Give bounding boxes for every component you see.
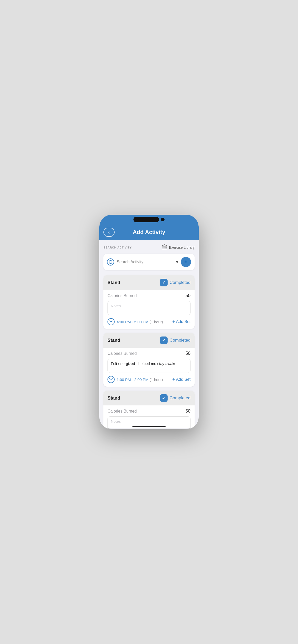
activity-body: Calories Burned 50 Felt energized - help… — [103, 348, 195, 387]
activity-header: Stand ✓ Completed — [103, 275, 195, 290]
calories-label: Calories Burned — [107, 351, 137, 356]
notes-content: Felt energized - helped me stay awake — [111, 361, 177, 366]
home-indicator — [132, 426, 166, 427]
activity-card: Stand ✓ Completed Calories Burned 50 No — [103, 391, 195, 428]
add-set-button[interactable]: + Add Set — [172, 319, 191, 325]
check-box: ✓ — [160, 279, 168, 286]
checkmark-icon: ✓ — [162, 396, 165, 401]
check-box: ✓ — [160, 394, 168, 402]
check-box: ✓ — [160, 336, 168, 344]
completed-badge[interactable]: ✓ Completed — [160, 336, 191, 344]
search-label: SEARCH ACTIVITY — [103, 246, 132, 249]
calories-value: 50 — [185, 293, 191, 298]
content-area: SEARCH ACTIVITY 🏛 Exercise Library ▾ + S… — [99, 240, 199, 428]
time-range: 1:00 PM - 2:00 PM (1 hour) — [117, 377, 163, 382]
checkmark-icon: ✓ — [162, 280, 165, 285]
activity-card: Stand ✓ Completed Calories Burned 50 Fe — [103, 333, 195, 387]
page-title: Add Activity — [133, 229, 165, 236]
completed-badge[interactable]: ✓ Completed — [160, 279, 191, 286]
completed-text: Completed — [170, 280, 191, 285]
activity-name: Stand — [107, 338, 120, 343]
add-set-button[interactable]: + Add Set — [172, 377, 191, 382]
completed-text: Completed — [170, 396, 191, 401]
add-set-label: Add Set — [176, 377, 191, 382]
search-icon — [107, 258, 114, 266]
notes-placeholder: Notes — [111, 419, 121, 423]
search-input[interactable] — [117, 260, 173, 264]
notes-placeholder: Notes — [111, 304, 121, 308]
status-bar — [99, 215, 199, 226]
activity-body: Calories Burned 50 Notes 10:00 AM - 11:0… — [103, 405, 195, 428]
library-icon: 🏛 — [162, 244, 168, 251]
notes-box[interactable]: Notes — [107, 301, 191, 315]
back-button[interactable]: ‹ — [103, 228, 115, 237]
back-chevron-icon: ‹ — [108, 230, 110, 235]
activities-list: Stand ✓ Completed Calories Burned 50 No — [99, 272, 199, 428]
activity-body: Calories Burned 50 Notes 4:00 PM - 5:00 … — [103, 290, 195, 329]
chevron-down-icon[interactable]: ▾ — [176, 259, 178, 265]
calories-label: Calories Burned — [107, 294, 137, 298]
activity-name: Stand — [107, 396, 120, 401]
activity-card: Stand ✓ Completed Calories Burned 50 No — [103, 275, 195, 329]
calories-label: Calories Burned — [107, 409, 137, 414]
notch-pill — [133, 217, 159, 222]
notch-dot — [161, 218, 165, 221]
time-range: 4:00 PM - 5:00 PM (1 hour) — [117, 320, 163, 324]
add-set-label: Add Set — [176, 319, 191, 324]
exercise-library-text: Exercise Library — [169, 245, 195, 250]
calories-value: 50 — [185, 408, 191, 414]
search-bar: ▾ + — [103, 254, 195, 270]
activity-header: Stand ✓ Completed — [103, 391, 195, 405]
exercise-library-button[interactable]: 🏛 Exercise Library — [162, 244, 195, 251]
clock-icon — [107, 318, 115, 325]
header: ‹ Add Activity — [99, 226, 199, 240]
activity-name: Stand — [107, 280, 120, 285]
search-section: SEARCH ACTIVITY 🏛 Exercise Library ▾ + — [99, 240, 199, 272]
add-set-plus-icon: + — [172, 377, 175, 382]
add-button[interactable]: + — [181, 257, 191, 267]
activity-header: Stand ✓ Completed — [103, 333, 195, 348]
add-set-plus-icon: + — [172, 319, 175, 325]
clock-icon — [107, 376, 115, 383]
notes-box[interactable]: Felt energized - helped me stay awake — [107, 359, 191, 373]
completed-text: Completed — [170, 338, 191, 343]
calories-value: 50 — [185, 351, 191, 356]
checkmark-icon: ✓ — [162, 338, 165, 343]
phone-frame: ‹ Add Activity SEARCH ACTIVITY 🏛 Exercis… — [99, 215, 199, 429]
completed-badge[interactable]: ✓ Completed — [160, 394, 191, 402]
